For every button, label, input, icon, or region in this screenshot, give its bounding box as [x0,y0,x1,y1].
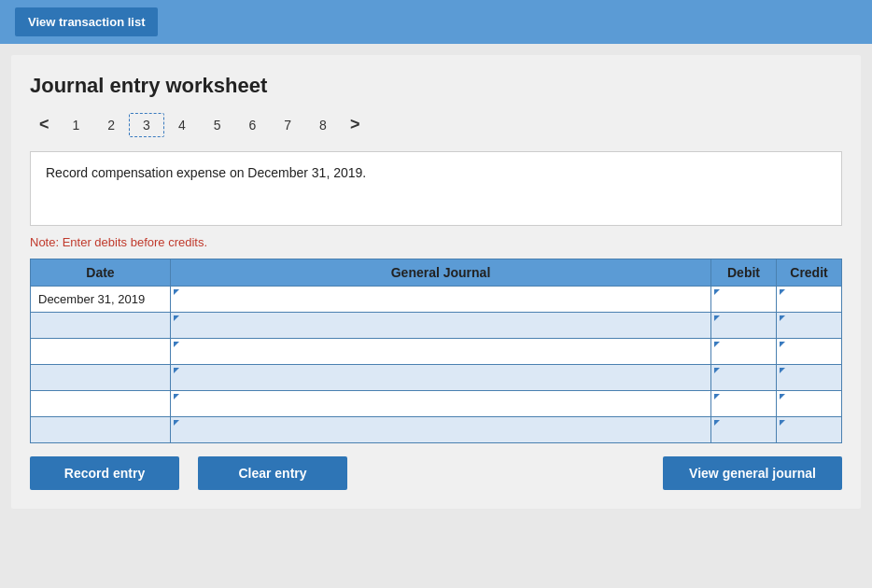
tri-indicator-journal-0 [174,289,179,295]
debit-cell-4[interactable] [711,391,777,417]
page-5[interactable]: 5 [200,113,235,137]
credit-input-2[interactable] [777,339,841,364]
top-bar: View transaction list [0,0,872,44]
main-container: Journal entry worksheet < 1 2 3 4 5 6 7 … [11,55,861,509]
tri-indicator-credit-4 [780,394,785,399]
instruction-box: Record compensation expense on December … [30,151,842,226]
header-credit: Credit [777,259,842,287]
header-journal: General Journal [171,259,711,287]
journal-cell-5[interactable] [171,417,711,443]
debit-input-0[interactable] [711,287,776,312]
tri-indicator-credit-5 [780,420,785,426]
debit-input-5[interactable] [711,417,776,442]
tri-indicator-journal-1 [174,315,179,321]
credit-cell-2[interactable] [777,339,842,365]
debit-input-1[interactable] [711,313,776,338]
tri-indicator-credit-0 [780,289,785,295]
page-4[interactable]: 4 [164,113,200,137]
credit-input-1[interactable] [777,313,841,338]
credit-input-5[interactable] [777,417,841,442]
journal-input-3[interactable] [171,365,710,390]
credit-input-0[interactable] [777,287,841,312]
page-6[interactable]: 6 [235,113,271,137]
credit-cell-4[interactable] [777,391,842,417]
date-cell-0: December 31, 2019 [31,287,171,313]
date-cell-1 [31,313,171,339]
tri-indicator-debit-5 [714,420,720,426]
journal-cell-1[interactable] [171,313,711,339]
journal-input-4[interactable] [171,391,710,416]
prev-page-button[interactable]: < [30,111,59,138]
tri-indicator-credit-3 [780,368,785,373]
clear-entry-button[interactable]: Clear entry [198,456,347,490]
debit-input-3[interactable] [711,365,776,390]
tri-indicator-journal-3 [174,368,179,373]
tri-indicator-journal-4 [174,394,179,399]
page-2[interactable]: 2 [93,113,129,137]
journal-cell-2[interactable] [171,339,711,365]
credit-input-4[interactable] [777,391,841,416]
tri-indicator-debit-1 [714,315,720,321]
note-text: Note: Enter debits before credits. [30,235,842,249]
debit-input-2[interactable] [711,339,776,364]
table-row [31,313,842,339]
credit-input-3[interactable] [777,365,841,390]
debit-input-4[interactable] [711,391,776,416]
journal-cell-0[interactable] [171,287,711,313]
table-header-row: Date General Journal Debit Credit [31,259,842,287]
credit-cell-3[interactable] [777,365,842,391]
table-row [31,391,842,417]
table-row [31,417,842,443]
debit-cell-5[interactable] [711,417,777,443]
debit-cell-1[interactable] [711,313,777,339]
debit-cell-0[interactable] [711,287,777,313]
header-debit: Debit [711,259,777,287]
tri-indicator-debit-0 [714,289,720,295]
debit-cell-3[interactable] [711,365,777,391]
date-cell-4 [31,391,171,417]
date-cell-3 [31,365,171,391]
journal-cell-3[interactable] [171,365,711,391]
page-1[interactable]: 1 [59,113,94,137]
tri-indicator-journal-2 [174,342,179,347]
page-8[interactable]: 8 [305,113,341,137]
page-title: Journal entry worksheet [30,74,842,98]
date-cell-2 [31,339,171,365]
table-row [31,365,842,391]
tri-indicator-credit-2 [780,342,785,347]
date-cell-5 [31,417,171,443]
bottom-buttons: Record entry Clear entry View general jo… [30,456,842,490]
tri-indicator-debit-3 [714,368,720,373]
page-7[interactable]: 7 [270,113,305,137]
header-date: Date [31,259,171,287]
pagination: < 1 2 3 4 5 6 7 8 > [30,111,842,138]
page-3[interactable]: 3 [129,113,164,137]
view-transaction-button[interactable]: View transaction list [15,7,158,36]
tri-indicator-credit-1 [780,315,785,321]
view-general-journal-button[interactable]: View general journal [663,456,842,490]
journal-input-0[interactable] [171,287,710,312]
journal-cell-4[interactable] [171,391,711,417]
credit-cell-5[interactable] [777,417,842,443]
debit-cell-2[interactable] [711,339,777,365]
credit-cell-1[interactable] [777,313,842,339]
table-row [31,339,842,365]
journal-input-1[interactable] [171,313,710,338]
tri-indicator-debit-4 [714,394,720,399]
tri-indicator-debit-2 [714,342,720,347]
journal-table: Date General Journal Debit Credit Decemb… [30,259,842,443]
journal-input-2[interactable] [171,339,710,364]
tri-indicator-journal-5 [174,420,179,426]
journal-input-5[interactable] [171,417,710,442]
table-row: December 31, 2019 [31,287,842,313]
next-page-button[interactable]: > [341,111,370,138]
credit-cell-0[interactable] [777,287,842,313]
record-entry-button[interactable]: Record entry [30,456,179,490]
